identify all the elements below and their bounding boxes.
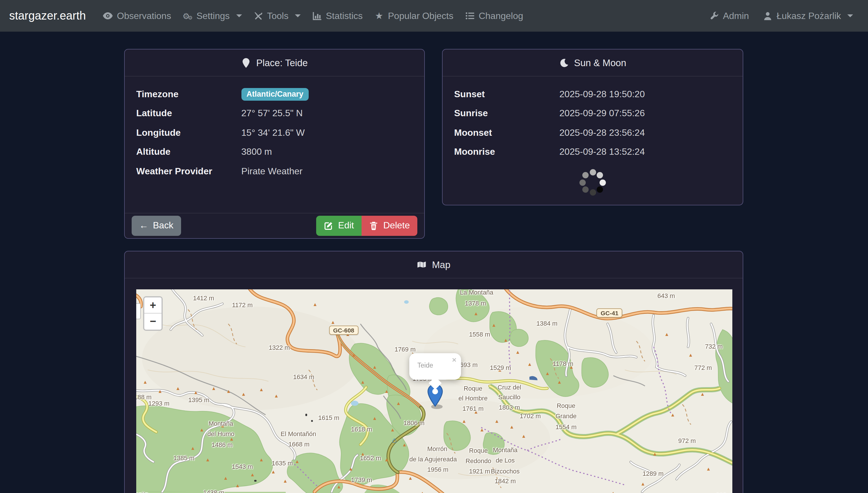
nav-item-statistics[interactable]: Statistics: [306, 10, 368, 21]
zoom-out-button[interactable]: −: [144, 314, 162, 329]
user-icon: [763, 11, 773, 21]
row-value: 27° 57' 25.5" N: [242, 108, 303, 119]
sun-moon-table: Sunset2025-09-28 19:50:20Sunrise2025-09-…: [442, 77, 743, 162]
spinner-dot: [579, 179, 586, 186]
spinner-dot: [590, 189, 596, 196]
map-icon: [417, 260, 427, 270]
row-label: Longitude: [136, 128, 242, 138]
table-row: Sunset2025-09-28 19:50:20: [454, 85, 731, 104]
row-label: Moonrise: [454, 147, 559, 157]
map-card-header: Map: [125, 251, 743, 278]
map-popup-title: Teide: [417, 362, 433, 369]
table-row: Weather ProviderPirate Weather: [136, 162, 413, 181]
spinner-dot: [582, 172, 589, 178]
map-card: Map: [124, 251, 743, 493]
back-button[interactable]: ← Back: [132, 216, 181, 236]
pen-square-icon: [324, 221, 334, 231]
table-row: Moonrise2025-09-28 13:52:24: [454, 142, 731, 162]
app-root: stargazer.earth Observations⚙⚙SettingsTo…: [0, 0, 868, 493]
table-row: Sunrise2025-09-29 07:55:26: [454, 104, 731, 123]
screwdriver-wrench-icon: [253, 11, 263, 21]
nav-item-changelog[interactable]: Changelog: [459, 10, 529, 21]
map-cutoff-badge: [136, 303, 141, 319]
chevron-down-icon: [295, 14, 301, 17]
place-card-footer: ← Back Edit Delete: [125, 213, 424, 238]
place-card: Place: Teide TimezoneAtlantic/CanaryLati…: [124, 49, 425, 239]
row-value: 3800 m: [242, 147, 272, 157]
spinner-dot: [597, 186, 603, 193]
table-row: Latitude27° 57' 25.5" N: [136, 104, 413, 123]
table-row: Moonset2025-09-28 23:56:24: [454, 123, 731, 142]
navbar: stargazer.earth Observations⚙⚙SettingsTo…: [0, 0, 868, 31]
map-zoom-control: + −: [143, 296, 163, 331]
row-value: 2025-09-28 23:56:24: [559, 128, 645, 138]
edit-delete-group: Edit Delete: [316, 216, 417, 236]
place-details-table: TimezoneAtlantic/CanaryLatitude27° 57' 2…: [125, 77, 424, 181]
row-label: Latitude: [136, 108, 242, 119]
spinner-dot: [597, 172, 603, 178]
place-card-title: Place: Teide: [256, 57, 307, 68]
nav-menu: Observations⚙⚙SettingsToolsStatistics★Po…: [97, 10, 703, 21]
spinner-dot: [590, 169, 596, 175]
nav-item-popular-objects[interactable]: ★Popular Objects: [368, 10, 459, 21]
row-label: Moonset: [454, 128, 559, 138]
chevron-down-icon: [847, 14, 853, 17]
edit-button[interactable]: Edit: [316, 216, 361, 236]
place-card-header: Place: Teide: [125, 49, 424, 77]
table-row: TimezoneAtlantic/Canary: [136, 85, 413, 104]
row-label: Sunrise: [454, 108, 559, 119]
chevron-down-icon: [236, 14, 242, 17]
nav-item-tools[interactable]: Tools: [248, 10, 306, 21]
location-pin-icon: [241, 58, 251, 68]
brand-link[interactable]: stargazer.earth: [9, 9, 86, 22]
row-value: 2025-09-29 07:55:26: [559, 108, 645, 119]
row-label: Altitude: [136, 147, 242, 157]
spinner-dot: [582, 186, 589, 193]
gears-icon: ⚙⚙: [183, 11, 192, 21]
nav-user-area: AdminŁukasz Pożarlik: [703, 10, 859, 21]
popup-close-icon[interactable]: ×: [452, 356, 456, 364]
row-value: Atlantic/Canary: [242, 88, 309, 100]
zoom-in-button[interactable]: +: [144, 297, 162, 314]
chart-column-icon: [312, 11, 322, 21]
table-row: Longitude15° 34' 21.6" W: [136, 123, 413, 142]
nav-item-observations[interactable]: Observations: [97, 10, 177, 21]
spinner-dot: [599, 179, 606, 186]
delete-button[interactable]: Delete: [362, 216, 418, 236]
nav-item--ukasz-po-arlik[interactable]: Łukasz Pożarlik: [757, 10, 859, 21]
timezone-badge: Atlantic/Canary: [242, 88, 309, 100]
row-label: Timezone: [136, 89, 242, 100]
sun-moon-card-header: Sun & Moon: [442, 49, 743, 77]
map-popup: Teide ×: [409, 353, 461, 380]
row-label: Sunset: [454, 89, 559, 100]
trash-icon: [369, 221, 379, 231]
arrow-left-icon: ←: [139, 220, 148, 232]
wrench-icon: [709, 11, 719, 21]
row-label: Weather Provider: [136, 166, 242, 177]
sun-moon-card-title: Sun & Moon: [574, 57, 626, 68]
row-value: 2025-09-28 13:52:24: [559, 147, 645, 157]
row-value: 15° 34' 21.6" W: [242, 128, 305, 138]
map-canvas[interactable]: ▲▲▲▲▲▲▲▲▲▲▲▲▲▲▲▲▲▲▲▲▲▲▲▲▲▲▲▲▲▲▲▲▲▲▲▲▲▲▲▲…: [136, 290, 732, 493]
eye-icon: [103, 11, 113, 21]
row-value: Pirate Weather: [242, 166, 303, 177]
table-row: Altitude3800 m: [136, 142, 413, 162]
nav-item-settings[interactable]: ⚙⚙Settings: [177, 10, 248, 21]
sun-moon-card: Sun & Moon Sunset2025-09-28 19:50:20Sunr…: [442, 49, 743, 206]
moon-icon: [559, 58, 569, 68]
list-icon: [465, 11, 475, 21]
map-card-title: Map: [432, 259, 450, 270]
nav-item-admin[interactable]: Admin: [703, 10, 755, 21]
star-icon: ★: [374, 11, 384, 21]
row-value: 2025-09-28 19:50:20: [559, 89, 645, 100]
